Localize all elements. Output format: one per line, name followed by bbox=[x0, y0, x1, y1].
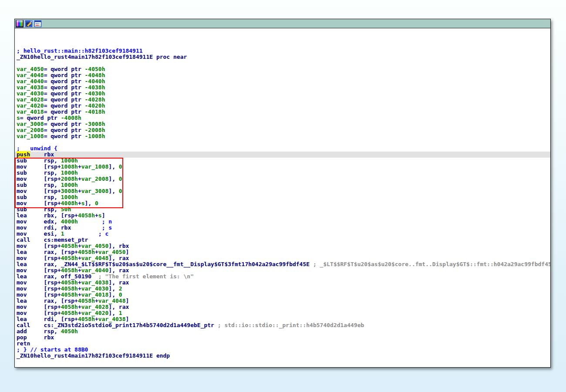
asm-line[interactable]: push rbx bbox=[15, 152, 550, 158]
pencil-icon bbox=[25, 20, 32, 27]
asm-token: ] bbox=[125, 316, 129, 322]
asm-token: var_4038 bbox=[17, 84, 44, 91]
disassembly-listing: ; hello_rust::main::h82f103cef9184911_ZN… bbox=[17, 30, 550, 359]
asm-line[interactable]: mov edx, 4000h ; n bbox=[17, 219, 550, 225]
asm-line[interactable]: add rsp, 4050h bbox=[17, 328, 550, 335]
asm-token: _ZN10hello_rust4main17h82f103cef9184911E… bbox=[17, 352, 170, 359]
asm-line[interactable]: mov [rsp+3008h+var_3008], 0 bbox=[17, 188, 550, 194]
asm-line[interactable]: lea rbx, [rsp+4058h+s] bbox=[17, 213, 550, 219]
asm-line[interactable] bbox=[17, 36, 550, 42]
asm-line[interactable]: var_4030= qword ptr -4030h bbox=[17, 91, 550, 97]
asm-line[interactable]: sub rsp, 1000h bbox=[17, 194, 550, 200]
asm-token: ], bbox=[108, 188, 118, 194]
asm-line[interactable]: var_4028= qword ptr -4028h bbox=[17, 97, 550, 103]
disassembly-window: ; hello_rust::main::h82f103cef9184911_ZN… bbox=[14, 19, 551, 368]
asm-line[interactable]: var_4050= qword ptr -4050h bbox=[17, 66, 550, 72]
asm-token: ] bbox=[125, 297, 129, 304]
asm-line[interactable]: var_4020= qword ptr -4020h bbox=[17, 103, 550, 109]
asm-line[interactable]: mov [rsp+2008h+var_2008], 0 bbox=[17, 176, 550, 182]
asm-token: = qword ptr bbox=[44, 78, 85, 84]
asm-line[interactable]: mov [rsp+4058h+var_4050], rbx bbox=[17, 243, 550, 249]
asm-token: var_4030 bbox=[81, 285, 109, 292]
asm-token: _ZN10hello_rust4main17h82f103cef9184911E… bbox=[17, 54, 187, 60]
asm-line[interactable]: var_4040= qword ptr -4040h bbox=[17, 78, 550, 84]
asm-line[interactable]: lea rax, off_50190 ; "The first element … bbox=[17, 274, 550, 280]
asm-token: 3008h bbox=[61, 188, 78, 194]
palette-icon bbox=[16, 20, 23, 27]
asm-token: 1008h bbox=[61, 163, 78, 170]
asm-token: + bbox=[78, 188, 81, 194]
asm-line[interactable]: retn bbox=[17, 341, 550, 347]
asm-token: ], bbox=[108, 291, 118, 298]
asm-token: ; n bbox=[102, 218, 112, 225]
window-layout-icon bbox=[34, 20, 41, 27]
asm-line[interactable] bbox=[17, 139, 550, 145]
asm-token: 0 bbox=[95, 200, 98, 206]
asm-line[interactable]: call cs:_ZN3std2io5stdio6_print17h4b5740… bbox=[17, 322, 550, 328]
asm-line[interactable]: sub rsp, 50h bbox=[17, 206, 550, 213]
asm-line[interactable]: mov rdi, rbx ; s bbox=[17, 225, 550, 231]
asm-line[interactable]: sub rsp, 1000h bbox=[17, 170, 550, 176]
asm-token: + bbox=[78, 310, 81, 316]
asm-line[interactable]: pop rbx bbox=[17, 335, 550, 341]
asm-token: var_3008 bbox=[81, 188, 109, 194]
asm-line[interactable] bbox=[17, 30, 550, 36]
asm-line[interactable]: mov [rsp+4058h+var_4030], 2 bbox=[17, 286, 550, 292]
asm-line[interactable]: var_4018= qword ptr -4018h bbox=[17, 109, 550, 115]
asm-line[interactable]: sub rsp, 1000h bbox=[17, 158, 550, 164]
asm-line[interactable]: lea rax, _ZN44_$LT$$RF$T$u20$as$u20$core… bbox=[17, 261, 550, 267]
asm-line[interactable]: var_4048= qword ptr -4048h bbox=[17, 72, 550, 78]
asm-token: + bbox=[95, 316, 98, 322]
asm-token: ], rax bbox=[108, 304, 129, 310]
asm-token: 2008h bbox=[61, 176, 78, 182]
asm-line[interactable]: var_3008= qword ptr -3008h bbox=[17, 121, 550, 127]
disassembly-view[interactable]: ; hello_rust::main::h82f103cef9184911_ZN… bbox=[15, 28, 550, 368]
asm-token bbox=[64, 230, 98, 237]
asm-line[interactable]: mov [rsp+4058h+var_4038], rax bbox=[17, 280, 550, 286]
asm-token: sub rsp, bbox=[17, 182, 61, 188]
colors-button[interactable] bbox=[16, 20, 24, 27]
asm-line[interactable]: mov [rsp+4058h+var_4018], 0 bbox=[17, 292, 550, 298]
asm-token: mov [rsp+ bbox=[17, 291, 61, 298]
asm-token: var_4048 bbox=[81, 255, 109, 261]
asm-line[interactable]: mov esi, 1 ; c bbox=[17, 231, 550, 237]
asm-line[interactable]: lea rax, [rsp+4058h+var_4048] bbox=[17, 298, 550, 304]
asm-line[interactable]: ; } // starts at 88B0 bbox=[17, 347, 550, 353]
asm-token: add rsp, bbox=[17, 328, 61, 335]
asm-token: s bbox=[81, 200, 85, 206]
edit-button[interactable] bbox=[25, 20, 33, 27]
asm-token: mov [rsp+ bbox=[17, 304, 61, 310]
asm-token: ], bbox=[85, 200, 95, 206]
asm-line[interactable]: sub rsp, 1000h bbox=[17, 182, 550, 188]
asm-token: var_3008 bbox=[17, 121, 44, 127]
asm-token: 0 bbox=[119, 176, 122, 182]
asm-line[interactable]: lea rdi, [rsp+4058h+var_4038] bbox=[17, 316, 550, 322]
asm-token: ; "The first element is: \n" bbox=[91, 273, 194, 280]
asm-line[interactable]: _ZN10hello_rust4main17h82f103cef9184911E… bbox=[17, 353, 550, 359]
asm-token: + bbox=[95, 249, 98, 255]
asm-line[interactable]: var_4038= qword ptr -4038h bbox=[17, 84, 550, 91]
asm-line[interactable]: ; __unwind { bbox=[17, 145, 550, 152]
asm-line[interactable]: var_2008= qword ptr -2008h bbox=[17, 127, 550, 133]
asm-line[interactable]: lea rax, [rsp+4058h+var_4050] bbox=[17, 249, 550, 255]
window-layout-button[interactable] bbox=[34, 20, 42, 27]
asm-line[interactable]: mov [rsp+4058h+var_4028], rax bbox=[17, 304, 550, 310]
asm-token: 1000h bbox=[61, 194, 78, 200]
asm-line[interactable] bbox=[17, 42, 550, 48]
asm-line[interactable] bbox=[17, 60, 550, 66]
asm-line[interactable]: var_1008= qword ptr -1008h bbox=[17, 133, 550, 139]
asm-line[interactable]: mov [rsp+4058h+var_4040], rax bbox=[17, 267, 550, 274]
asm-line[interactable]: mov [rsp+1008h+var_1008], 0 bbox=[17, 164, 550, 170]
asm-token: ; _$LT$$RF$T$u20$as$u20$core..fmt..Displ… bbox=[310, 261, 550, 267]
asm-line[interactable]: call cs:memset_ptr bbox=[17, 237, 550, 243]
asm-token: = qword ptr bbox=[44, 84, 85, 91]
asm-line[interactable]: s= qword ptr -4008h bbox=[17, 115, 550, 121]
asm-token: ; __unwind { bbox=[17, 145, 57, 152]
asm-line[interactable]: mov [rsp+4058h+var_4048], rax bbox=[17, 255, 550, 261]
asm-line[interactable]: mov [rsp+4008h+s], 0 bbox=[17, 200, 550, 206]
asm-token: 4058h bbox=[78, 316, 95, 322]
asm-line[interactable]: ; hello_rust::main::h82f103cef9184911 bbox=[17, 48, 550, 54]
asm-line[interactable]: mov [rsp+4058h+var_4020], 1 bbox=[17, 310, 550, 316]
asm-token: 0 bbox=[119, 163, 122, 170]
asm-line[interactable]: _ZN10hello_rust4main17h82f103cef9184911E… bbox=[17, 54, 550, 60]
